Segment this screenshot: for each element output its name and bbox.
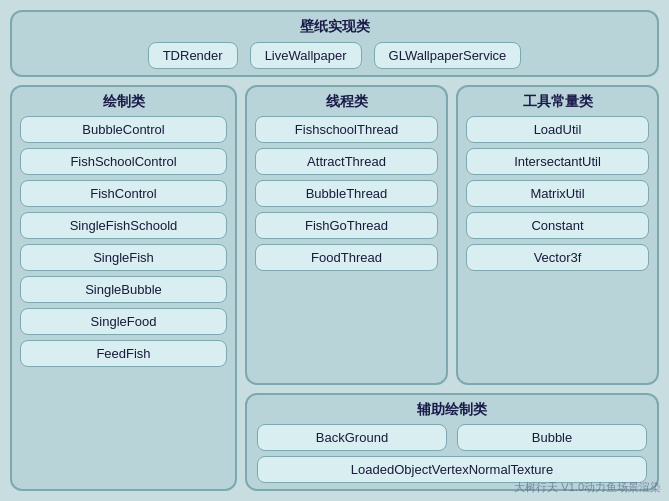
thread-section: 线程类 FishschoolThread AttractThread Bubbl… xyxy=(245,85,448,385)
list-item: TDRender xyxy=(148,42,238,69)
list-item: LoadedObjectVertexNormalTexture xyxy=(257,456,647,483)
wallpaper-section-title: 壁纸实现类 xyxy=(300,18,370,36)
list-item: FishSchoolControl xyxy=(20,148,227,175)
right-area: 线程类 FishschoolThread AttractThread Bubbl… xyxy=(245,85,659,491)
list-item: SingleBubble xyxy=(20,276,227,303)
list-item: MatrixUtil xyxy=(466,180,649,207)
list-item: LoadUtil xyxy=(466,116,649,143)
thread-section-title: 线程类 xyxy=(326,93,368,111)
top-right: 线程类 FishschoolThread AttractThread Bubbl… xyxy=(245,85,659,385)
main-container: 壁纸实现类 TDRender LiveWallpaper GLWallpaper… xyxy=(0,0,669,501)
aux-section: 辅助绘制类 BackGround Bubble LoadedObjectVert… xyxy=(245,393,659,491)
util-section: 工具常量类 LoadUtil IntersectantUtil MatrixUt… xyxy=(456,85,659,385)
list-item: Bubble xyxy=(457,424,647,451)
list-item: BubbleControl xyxy=(20,116,227,143)
list-item: SingleFood xyxy=(20,308,227,335)
watermark-text: 大树行天 V1.0动力鱼场景渲染 xyxy=(514,480,661,495)
list-item: Constant xyxy=(466,212,649,239)
list-item: FishschoolThread xyxy=(255,116,438,143)
aux-row1: BackGround Bubble xyxy=(257,424,647,451)
list-item: FoodThread xyxy=(255,244,438,271)
util-section-title: 工具常量类 xyxy=(523,93,593,111)
wallpaper-items-row: TDRender LiveWallpaper GLWallpaperServic… xyxy=(22,42,647,69)
list-item: BackGround xyxy=(257,424,447,451)
bottom-section: 绘制类 BubbleControl FishSchoolControl Fish… xyxy=(10,85,659,491)
list-item: AttractThread xyxy=(255,148,438,175)
list-item: Vector3f xyxy=(466,244,649,271)
aux-section-title: 辅助绘制类 xyxy=(417,401,487,419)
list-item: FeedFish xyxy=(20,340,227,367)
list-item: GLWallpaperService xyxy=(374,42,522,69)
list-item: SingleFish xyxy=(20,244,227,271)
list-item: BubbleThread xyxy=(255,180,438,207)
drawing-section-title: 绘制类 xyxy=(103,93,145,111)
list-item: SingleFishSchoold xyxy=(20,212,227,239)
wallpaper-section: 壁纸实现类 TDRender LiveWallpaper GLWallpaper… xyxy=(10,10,659,77)
list-item: FishControl xyxy=(20,180,227,207)
list-item: LiveWallpaper xyxy=(250,42,362,69)
list-item: IntersectantUtil xyxy=(466,148,649,175)
list-item: FishGoThread xyxy=(255,212,438,239)
drawing-section: 绘制类 BubbleControl FishSchoolControl Fish… xyxy=(10,85,237,491)
